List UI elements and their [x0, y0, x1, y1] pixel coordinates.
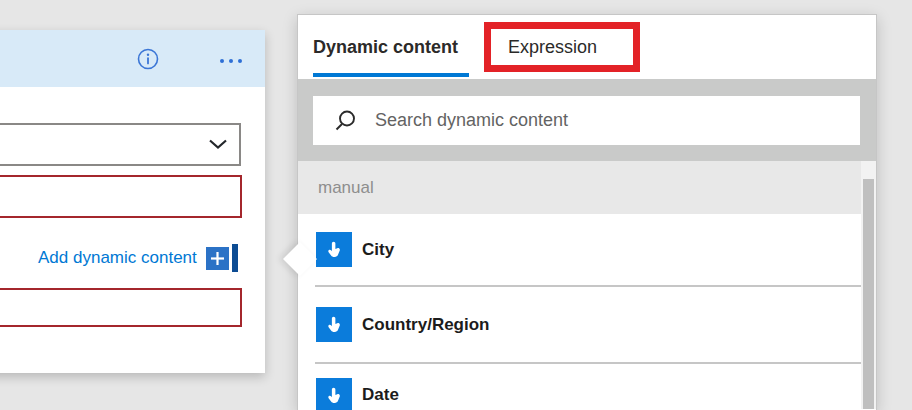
search-input[interactable]	[375, 96, 860, 145]
text-cursor-icon	[232, 244, 238, 272]
add-dynamic-content-link[interactable]: Add dynamic content	[38, 248, 197, 268]
action-card-header	[0, 30, 265, 87]
scrollbar-thumb[interactable]	[863, 179, 874, 409]
manual-trigger-icon	[316, 307, 352, 342]
list-item-city[interactable]: City	[316, 214, 394, 285]
search-box	[313, 96, 860, 145]
list-item-label: Country/Region	[362, 315, 490, 335]
required-field-input-2[interactable]	[0, 288, 242, 327]
list-item-label: Date	[362, 385, 399, 405]
manual-trigger-icon	[316, 378, 352, 410]
add-dynamic-content-row: Add dynamic content	[38, 242, 238, 274]
tab-dynamic-content[interactable]: Dynamic content	[313, 15, 458, 79]
active-tab-underline	[313, 73, 469, 77]
search-icon	[333, 108, 359, 134]
add-dynamic-content-icon[interactable]	[206, 247, 229, 270]
ellipsis-icon[interactable]	[210, 52, 252, 70]
list-item-country-region[interactable]: Country/Region	[316, 287, 490, 362]
chevron-down-icon	[209, 136, 227, 154]
list-item-date[interactable]: Date	[316, 364, 399, 410]
list-item-label: City	[362, 240, 394, 260]
panel-tab-bar: Dynamic content Expression	[298, 15, 876, 79]
manual-trigger-icon	[316, 232, 352, 267]
trigger-output-dropdown[interactable]	[0, 123, 241, 166]
required-field-input-1[interactable]	[0, 175, 242, 218]
dynamic-content-panel: Dynamic content Expression manual City	[297, 14, 877, 410]
info-icon[interactable]	[137, 48, 159, 70]
tab-expression[interactable]: Expression	[508, 15, 597, 79]
action-card: Add dynamic content	[0, 30, 265, 373]
section-header-manual: manual	[298, 161, 862, 214]
flow-designer-page: Add dynamic content Dynamic content Expr…	[0, 0, 912, 410]
section-header-label: manual	[318, 178, 374, 198]
